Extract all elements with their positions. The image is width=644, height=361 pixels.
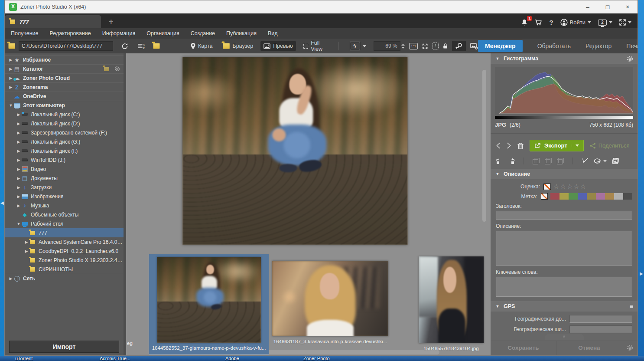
map-button[interactable]: Карта [188, 41, 215, 51]
keywords-field[interactable] [496, 277, 632, 297]
sidebar-item-25[interactable]: ▶Сеть [5, 274, 124, 283]
sidebar-item-22[interactable]: ▶GoodbyeDPI_0.2.2_Launcher.v6.0 [5, 246, 124, 256]
color-label-swatch-2[interactable] [559, 193, 569, 200]
tree-expander-icon[interactable]: ▶ [8, 58, 13, 62]
browser-button[interactable]: Браузер [220, 41, 256, 51]
second-monitor-button[interactable]: 2 [598, 20, 612, 26]
right-panel-collapse-arrow[interactable]: ▶ [640, 271, 643, 276]
color-label-swatch-6[interactable] [596, 193, 605, 200]
menu-item-4[interactable]: Организация [146, 30, 179, 36]
stack-info-button[interactable] [557, 158, 564, 164]
sidebar-item-5[interactable]: OneDrive [5, 92, 124, 101]
tree-expander-icon[interactable]: ▶ [16, 131, 21, 135]
color-label-swatch-1[interactable] [550, 193, 559, 200]
desktop-icon-label-3[interactable]: Adobe [225, 356, 239, 361]
sidebar-item-15[interactable]: ▶Загрузки [5, 183, 124, 192]
sidebar-item-18[interactable]: Объемные объекты [5, 210, 124, 219]
color-label-swatch-9[interactable] [623, 193, 632, 200]
tree-expander-icon[interactable]: ▶ [16, 203, 21, 208]
tree-expander-icon[interactable]: ▶ [8, 67, 13, 71]
tree-expander-icon[interactable]: ▶ [16, 158, 21, 162]
desktop-icon-label-1[interactable]: uTorrent [15, 356, 33, 361]
preview-photo[interactable] [182, 57, 407, 245]
zoom-1to1-button[interactable]: 1:1 [409, 43, 418, 49]
gps-longitude-field[interactable] [569, 315, 632, 323]
tab-777[interactable]: 777 [5, 15, 101, 28]
sidebar-item-16[interactable]: ▶Изображения [5, 192, 124, 201]
rotate-left-button[interactable] [496, 158, 503, 164]
close-button[interactable]: × [618, 0, 637, 13]
menu-item-5[interactable]: Создание [191, 30, 215, 36]
mode-button-1[interactable]: Менеджер [478, 40, 523, 52]
quick-edits-button[interactable]: ϟ [347, 40, 369, 52]
sidebar-item-23[interactable]: Zoner Photo Studio X 19.2303.2.463 ... [5, 256, 124, 265]
mode-button-3[interactable]: Редактор [585, 43, 611, 49]
tree-expander-icon[interactable]: ▶ [8, 276, 13, 281]
export-button[interactable]: Экспорт [530, 140, 584, 151]
sidebar-item-24[interactable]: СКРИНШОТЫ [5, 265, 124, 274]
tree-expander-icon[interactable]: ▶ [16, 194, 21, 199]
zoom-stepper[interactable] [401, 44, 405, 49]
filmstrip-thumbnail-1[interactable]: 1644582552_37-glamours-name-p-devushka-v… [149, 254, 269, 354]
remove-stack-button[interactable] [545, 158, 552, 164]
sidebar-item-13[interactable]: ▶Видео [5, 164, 124, 174]
notifications-bell-icon[interactable]: 1 [521, 19, 528, 26]
quick-fix-wand-button[interactable] [582, 158, 589, 164]
sidebar-item-1[interactable]: ▶Избранное [5, 55, 124, 64]
sidebar-item-20[interactable]: 777 [5, 228, 124, 237]
sidebar-item-12[interactable]: ▶WinToHDD (J:) [5, 155, 124, 164]
fullscreen-button[interactable] [619, 19, 631, 26]
menu-item-2[interactable]: Редактирование [50, 30, 91, 36]
path-input[interactable]: C:\Users\DToretto777\Desktop\777 [19, 41, 113, 51]
zoom-level-field[interactable]: 69 % [374, 41, 400, 51]
maximize-button[interactable]: □ [598, 0, 618, 13]
description-field[interactable] [496, 231, 632, 266]
filmstrip-thumbnail-2[interactable]: 1648631187_3-krasavica-info-p-krasivie-d… [272, 254, 388, 354]
tree-expander-icon[interactable]: ▶ [8, 85, 13, 89]
pan-zoom-tool-button[interactable] [452, 41, 466, 51]
tree-expander-icon[interactable]: ▼ [8, 103, 13, 108]
import-button[interactable]: Импорт [9, 341, 119, 353]
vertical-scrollbar[interactable] [482, 70, 486, 222]
panel-collapse-handle[interactable] [545, 334, 584, 340]
gps-header[interactable]: ▼ GPS ≡ [491, 301, 637, 312]
new-tab-button[interactable]: + [109, 17, 114, 28]
tree-expander-icon[interactable]: ▶ [16, 140, 21, 144]
tree-expander-icon[interactable]: ▶ [16, 176, 21, 180]
add-folder-icon[interactable] [103, 66, 110, 72]
compare-images-button[interactable] [470, 43, 478, 49]
tree-expander-icon[interactable]: ▶ [16, 149, 21, 153]
save-button[interactable]: Сохранить [491, 341, 556, 355]
tree-expander-icon[interactable]: ▶ [16, 121, 21, 126]
left-panel-collapse-arrow[interactable]: ◀ [0, 200, 4, 205]
label-none-icon[interactable] [541, 193, 548, 200]
selection-mode-button[interactable]: ⁞ [433, 43, 439, 49]
add-to-album-button[interactable] [612, 158, 619, 164]
preview-button[interactable]: Превью [260, 41, 296, 51]
histogram-header[interactable]: ▼ Гистограмма [491, 53, 637, 64]
sidebar-item-17[interactable]: ▶Музыка [5, 201, 124, 210]
sidebar-item-3[interactable]: ▶Zoner Photo Cloud [5, 73, 124, 82]
sidebar-item-7[interactable]: ▶Локальный диск (C:) [5, 110, 124, 119]
menu-item-7[interactable]: Вид [268, 30, 278, 36]
sidebar-item-11[interactable]: ▶Локальный диск (I:) [5, 146, 124, 155]
fit-to-screen-button[interactable] [422, 43, 428, 50]
folder-up-icon[interactable] [7, 42, 16, 50]
cancel-button[interactable]: Отмена [556, 341, 622, 355]
sidebar-item-8[interactable]: ▶Локальный диск (D:) [5, 119, 124, 128]
sort-icon[interactable]: AZ [138, 43, 145, 49]
color-label-swatch-5[interactable] [587, 193, 596, 200]
share-button[interactable]: Поделиться [590, 142, 630, 149]
help-icon[interactable]: ? [549, 19, 553, 26]
tree-expander-icon[interactable]: ▶ [16, 167, 21, 171]
desktop-icon-label-2[interactable]: Acronis True... [100, 356, 130, 361]
sidebar-item-6[interactable]: ▼Этот компьютер [5, 101, 124, 110]
gps-latitude-field[interactable] [569, 325, 632, 333]
filmstrip-thumbnail-3[interactable]: 15048557818439104.jpg [419, 254, 484, 354]
tree-expander-icon[interactable]: ▶ [24, 240, 29, 244]
tree-expander-icon[interactable]: ▶ [8, 76, 13, 80]
sidebar-item-14[interactable]: ▶Документы [5, 174, 124, 183]
sidebar-item-21[interactable]: ▶Advanced SystemCare Pro 16.4.0.22... [5, 237, 124, 246]
tree-expander-icon[interactable]: ▶ [16, 112, 21, 117]
lock-icon[interactable] [443, 43, 448, 49]
